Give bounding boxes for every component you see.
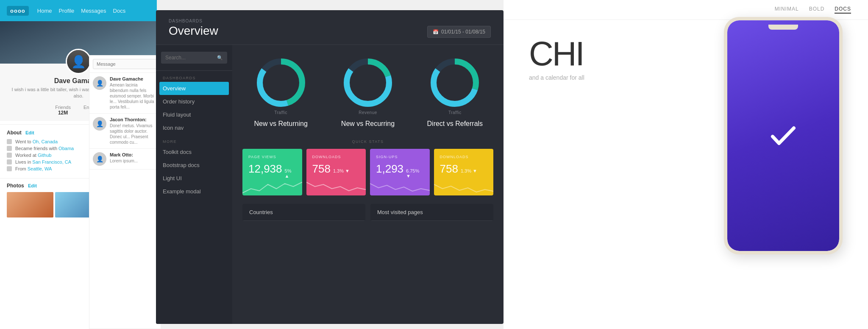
downloads-yellow-label: DOWNLOADS: [440, 155, 488, 159]
phone-notch: [768, 25, 798, 30]
about-edit-link[interactable]: Edit: [25, 130, 34, 135]
donut-chart-1: [253, 55, 309, 110]
sidebar-item-light-ui[interactable]: Light UI: [156, 172, 232, 185]
dash-search-wrap: 🔍: [156, 52, 232, 71]
dash-date-range[interactable]: 📅 01/01/15 - 01/08/15: [427, 26, 491, 38]
right-nav-bold[interactable]: BOLD: [809, 6, 825, 14]
right-panel: MINIMAL BOLD DOCS CHI and a calendar for…: [504, 0, 868, 329]
msg-name-jacon: Jacon Thornton:: [110, 117, 157, 122]
nav-home[interactable]: Home: [37, 8, 52, 14]
nav-profile[interactable]: Profile: [58, 8, 74, 14]
tables-row: Countries Most visited pages: [242, 204, 493, 221]
chart-traffic-new-returning: Traffic New vs Returning: [242, 55, 319, 128]
pageviews-label: PAGE VIEWS: [248, 155, 296, 159]
msg-name-mark: Mark Otto:: [110, 152, 157, 157]
sidebar-item-bootstrap-docs[interactable]: Bootstrap docs: [156, 159, 232, 172]
stats-row: PAGE VIEWS 12,938 5% ▲ DOWNLOADS 758 1.3…: [242, 149, 493, 195]
dashboards-section-label: DASHBOARDS: [156, 71, 232, 82]
social-nav-links: Home Profile Messages Docs: [37, 8, 125, 14]
message-input[interactable]: [93, 59, 157, 69]
downloads-yellow-value: 758: [440, 162, 458, 176]
dash-header-left: DASHBOARDS Overview: [169, 19, 218, 38]
donut-svg-1: [253, 55, 309, 110]
dash-search-container: 🔍: [161, 52, 227, 64]
quick-stats-label: QUICK STATS: [242, 139, 493, 144]
dash-header: DASHBOARDS Overview 📅 01/01/15 - 01/08/1…: [156, 10, 504, 45]
msg-avatar-dave: 👤: [93, 76, 106, 90]
chart2-title: New vs Recurring: [341, 120, 395, 128]
nav-messages[interactable]: Messages: [81, 8, 106, 14]
date-range-text: 01/01/15 - 01/08/15: [441, 29, 485, 35]
location-icon: [7, 139, 12, 144]
stat-card-pageviews: PAGE VIEWS 12,938 5% ▲: [242, 149, 302, 195]
dash-search-input[interactable]: [165, 55, 214, 61]
more-section-label: MORE: [156, 134, 232, 145]
downloads-yellow-change: 1.3% ▼: [461, 168, 477, 173]
dash-sidebar: 🔍 DASHBOARDS Overview Order history Flui…: [156, 45, 232, 324]
sidebar-item-icon-nav[interactable]: Icon nav: [156, 121, 232, 134]
downloads-red-value: 758: [312, 162, 331, 176]
sidebar-item-fluid-layout[interactable]: Fluid layout: [156, 108, 232, 121]
message-item-jacon[interactable]: 👤 Jacon Thornton: Done! metus. Vivamus s…: [89, 114, 161, 149]
chart2-category: Revenue: [359, 110, 377, 115]
charts-row: Traffic New vs Returning Reve: [242, 55, 493, 128]
photos-edit-link[interactable]: Edit: [28, 183, 37, 188]
msg-avatar-jacon: 👤: [93, 117, 106, 131]
avatar-image: 👤: [67, 50, 90, 73]
msg-text-jacon: Done! metus. Vivamus sagittis dolor auct…: [110, 123, 157, 145]
chart3-title: Direct vs Referrals: [427, 120, 483, 128]
dashboard-overlay: DASHBOARDS Overview 📅 01/01/15 - 01/08/1…: [156, 10, 504, 324]
phone-outer: [724, 17, 843, 254]
msg-text-dave: Aenean lacinia bibendum nulla fels euism…: [110, 82, 157, 110]
calendar-icon: 📅: [433, 29, 439, 35]
msg-avatar-mark: 👤: [93, 152, 106, 166]
message-item-mark[interactable]: 👤 Mark Otto: Lorem ipsum...: [89, 149, 161, 170]
most-visited-table-card: Most visited pages: [370, 204, 493, 221]
friends-label: Friends: [55, 105, 71, 110]
donut-chart-2: [340, 55, 395, 110]
messages-panel: 👤 Dave Gamache Aenean lacinia bibendum n…: [89, 55, 161, 329]
sidebar-item-overview[interactable]: Overview: [159, 82, 229, 95]
downloads-red-label: DOWNLOADS: [312, 155, 360, 159]
msg-content-jacon: Jacon Thornton: Done! metus. Vivamus sag…: [110, 117, 157, 145]
sidebar-item-order-history[interactable]: Order history: [156, 95, 232, 108]
chart1-category: Traffic: [274, 110, 287, 115]
photo-thumb-1[interactable]: [7, 192, 53, 217]
msg-content-mark: Mark Otto: Lorem ipsum...: [110, 152, 157, 166]
chart-traffic-direct-referrals: Traffic Direct vs Referrals: [417, 55, 493, 128]
message-input-bar: [89, 56, 161, 73]
friends-stat: Friends 12M: [55, 105, 71, 116]
dash-breadcrumb: DASHBOARDS: [169, 19, 218, 23]
home-icon: [7, 159, 12, 164]
pin-icon: [7, 166, 12, 171]
people-icon: [7, 146, 12, 151]
chart-revenue-new-recurring: Revenue New vs Recurring: [329, 55, 406, 128]
signups-sparkline: [370, 180, 430, 195]
right-nav-docs[interactable]: DOCS: [835, 6, 851, 14]
message-item-dave[interactable]: 👤 Dave Gamache Aenean lacinia bibendum n…: [89, 73, 161, 114]
donut-svg-2: [340, 55, 395, 110]
countries-table-card: Countries: [242, 204, 365, 221]
signups-value: 1,293: [376, 162, 403, 176]
phone-mockup: [724, 17, 843, 254]
social-nav: oooo Home Profile Messages Docs: [0, 0, 157, 21]
nav-docs[interactable]: Docs: [113, 8, 126, 14]
stat-card-downloads-yellow: DOWNLOADS 758 1.3% ▼: [434, 149, 494, 195]
sidebar-item-toolkit-docs[interactable]: Toolkit docs: [156, 145, 232, 159]
dash-title: Overview: [169, 24, 218, 38]
right-nav-minimal[interactable]: MINIMAL: [775, 6, 799, 14]
chart3-category: Traffic: [448, 110, 462, 115]
sidebar-item-example-modal[interactable]: Example modal: [156, 185, 232, 198]
downloads-red-sparkline: [306, 180, 366, 195]
dash-body: 🔍 DASHBOARDS Overview Order history Flui…: [156, 45, 504, 324]
downloads-red-change: 1.3% ▼: [333, 168, 350, 173]
dash-main-content: Traffic New vs Returning Reve: [232, 45, 504, 324]
pageviews-value: 12,938: [248, 162, 282, 176]
pageviews-sparkline: [242, 180, 302, 195]
msg-name-dave: Dave Gamache: [110, 76, 157, 81]
most-visited-table-header: Most visited pages: [370, 204, 493, 221]
signups-label: SIGN-UPS: [376, 155, 424, 159]
pageviews-change: 5% ▲: [285, 168, 296, 178]
donut-svg-3: [427, 55, 482, 110]
msg-text-mark: Lorem ipsum...: [110, 158, 157, 164]
